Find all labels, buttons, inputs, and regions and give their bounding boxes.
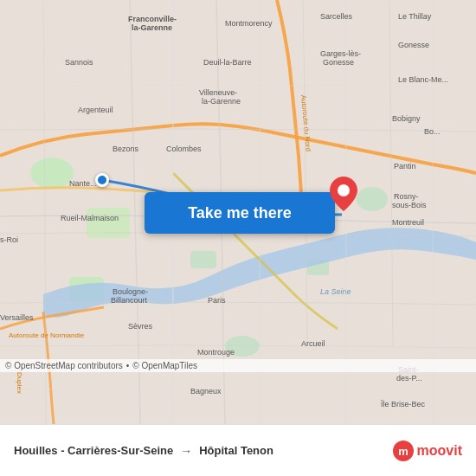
destination-marker <box>330 177 357 215</box>
svg-text:Boulogne-: Boulogne- <box>113 287 148 296</box>
origin-label: Houilles - Carrières-Sur-Seine <box>14 444 173 457</box>
svg-text:Rueil-Malmaison: Rueil-Malmaison <box>61 214 119 222</box>
svg-point-48 <box>338 184 350 196</box>
copyright-bar: © OpenStreetMap contributors • © OpenMap… <box>0 359 476 372</box>
copyright-osm: © OpenStreetMap contributors <box>5 361 123 370</box>
svg-text:Pantin: Pantin <box>394 162 416 170</box>
origin-marker <box>95 173 109 187</box>
svg-text:Argenteuil: Argenteuil <box>78 106 113 114</box>
svg-rect-6 <box>87 208 130 238</box>
svg-rect-2 <box>190 251 216 268</box>
svg-text:Gonesse: Gonesse <box>398 41 429 49</box>
svg-point-1 <box>357 187 388 211</box>
svg-text:Versailles: Versailles <box>0 313 34 322</box>
svg-text:Paris: Paris <box>208 296 226 305</box>
svg-text:s-Roi: s-Roi <box>0 235 18 244</box>
svg-text:Sarcelles: Sarcelles <box>320 12 353 21</box>
svg-text:Autoroute de Normandie: Autoroute de Normandie <box>9 331 85 339</box>
svg-text:Rosny-: Rosny- <box>394 192 419 201</box>
map-container[interactable]: La Seine Autoroute du Nord Duplex Autoro… <box>0 0 476 424</box>
svg-text:Le Thillay: Le Thillay <box>398 12 432 21</box>
moovit-brand-text: moovit <box>417 443 462 459</box>
svg-text:Colombes: Colombes <box>166 145 202 153</box>
svg-text:Billancourt: Billancourt <box>111 296 148 305</box>
copyright-omt: © OpenMapTiles <box>132 361 197 370</box>
svg-text:Bagneux: Bagneux <box>190 387 222 396</box>
bottom-bar: Houilles - Carrières-Sur-Seine → Hôpital… <box>0 424 476 476</box>
svg-text:Arcueil: Arcueil <box>301 339 325 348</box>
svg-text:Deuil-la-Barre: Deuil-la-Barre <box>203 58 252 67</box>
svg-text:Montreuil: Montreuil <box>392 218 424 227</box>
take-me-there-button[interactable]: Take me there <box>145 192 335 234</box>
svg-text:Le Blanc-Me...: Le Blanc-Me... <box>398 75 448 84</box>
svg-text:m: m <box>398 445 408 458</box>
svg-text:Villeneuve-: Villeneuve- <box>199 88 237 97</box>
svg-text:Franconville-: Franconville- <box>128 15 177 23</box>
svg-text:Bobigny: Bobigny <box>392 114 421 123</box>
svg-text:Montmorency: Montmorency <box>225 19 273 28</box>
destination-label: Hôpital Tenon <box>199 444 273 457</box>
svg-point-5 <box>30 158 74 189</box>
svg-text:la-Garenne: la-Garenne <box>132 23 172 32</box>
svg-text:Sannois: Sannois <box>65 58 93 67</box>
svg-text:Bo...: Bo... <box>424 127 441 136</box>
copyright-sep: • <box>126 361 130 370</box>
svg-text:Duplex: Duplex <box>16 372 23 394</box>
svg-text:Gonesse: Gonesse <box>323 58 354 67</box>
svg-text:Montrouge: Montrouge <box>197 348 235 357</box>
moovit-icon: m <box>393 441 414 461</box>
svg-text:Garges-lès-: Garges-lès- <box>320 49 361 58</box>
svg-text:Bezons: Bezons <box>113 145 139 153</box>
route-info: Houilles - Carrières-Sur-Seine → Hôpital… <box>14 444 393 458</box>
svg-text:Nante...: Nante... <box>69 179 97 188</box>
svg-text:des-P...: des-P... <box>396 374 422 383</box>
svg-text:Île Brise-Bec: Île Brise-Bec <box>380 400 426 408</box>
svg-text:la-Garenne: la-Garenne <box>202 97 241 106</box>
moovit-logo: m moovit <box>393 441 462 461</box>
svg-text:Sèvres: Sèvres <box>128 322 153 331</box>
route-arrow: → <box>180 444 192 458</box>
svg-text:sous-Bois: sous-Bois <box>392 201 427 209</box>
